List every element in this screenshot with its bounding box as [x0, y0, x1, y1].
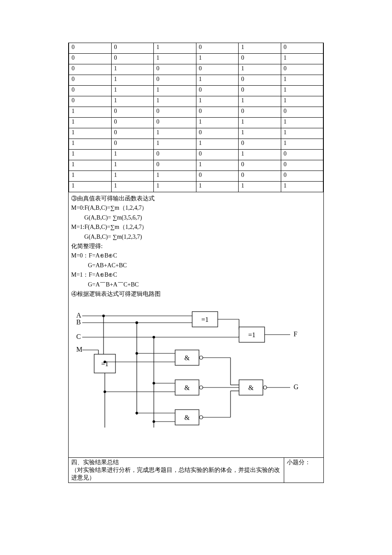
table-row: 111111 [69, 182, 323, 192]
table-cell: 1 [154, 182, 196, 192]
s-m0-g: G=AB+AC+BC [71, 261, 127, 270]
table-cell: 0 [196, 150, 239, 160]
table-cell: 0 [281, 171, 323, 182]
table-cell: 1 [69, 171, 112, 182]
svg-point-36 [135, 412, 138, 414]
m0-g: G(A,B,C)= ∑m(3,5,6,7) [71, 213, 142, 223]
table-cell: 1 [281, 96, 323, 107]
score-label: 小题分： [287, 459, 311, 465]
table-cell: 1 [69, 128, 112, 139]
table-cell: 1 [196, 96, 239, 107]
table-cell: 1 [111, 182, 154, 192]
table-cell: 1 [281, 182, 323, 192]
input-m-label: M [76, 346, 82, 353]
table-cell: 1 [111, 86, 154, 96]
table-cell: 1 [154, 171, 196, 182]
table-cell: 1 [69, 182, 112, 192]
m0-f: M=0:F(A,B,C)=∑m（1,2,4,7） [71, 203, 321, 213]
m1-g: G(A,B,C)= ∑m(1,2,3,7) [71, 232, 142, 242]
table-cell: 1 [196, 118, 239, 128]
table-row: 100000 [69, 107, 323, 118]
table-cell: 0 [111, 139, 154, 150]
input-c-label: C [76, 333, 81, 340]
table-cell: 1 [196, 139, 239, 150]
table-cell: 0 [154, 64, 196, 75]
table-cell: 0 [281, 150, 323, 160]
table-cell: 1 [281, 54, 323, 64]
table-cell: 0 [69, 86, 112, 96]
svg-point-39 [199, 416, 203, 419]
table-cell: 1 [111, 96, 154, 107]
s-m1-f: M=1：F=A⊕B⊕C [71, 270, 321, 280]
table-cell: 0 [154, 75, 196, 86]
table-cell: 0 [239, 171, 281, 182]
svg-point-45 [263, 386, 267, 389]
section-4-desc: （对实验结果进行分析，完成思考题目，总结实验的新的体会，并提出实验的改进意见） [71, 466, 281, 482]
table-cell: 1 [154, 86, 196, 96]
table-cell: 1 [281, 86, 323, 96]
table-cell: 0 [111, 128, 154, 139]
table-cell: 1 [196, 160, 239, 171]
m1-f: M=1:F(A,B,C)=∑m（1,2,4,7） [71, 223, 321, 232]
section-4-cell: 四、实验结果总结 （对实验结果进行分析，完成思考题目，总结实验的新的体会，并提出… [69, 458, 284, 483]
table-cell: 0 [239, 139, 281, 150]
table-cell: 1 [281, 139, 323, 150]
page-outer-table: 0010100011010100100101010110010111111000… [68, 43, 324, 483]
output-g-label: G [294, 383, 299, 390]
table-cell: 1 [281, 118, 323, 128]
truth-table: 0010100011010100100101010110010111111000… [69, 43, 323, 192]
table-cell: 1 [239, 182, 281, 192]
table-cell: 0 [69, 43, 112, 54]
table-cell: 0 [69, 54, 112, 64]
table-cell: 0 [281, 107, 323, 118]
table-cell: 0 [239, 107, 281, 118]
table-row: 101101 [69, 139, 323, 150]
table-cell: 0 [111, 107, 154, 118]
table-cell: 1 [154, 54, 196, 64]
analysis-block: ③由真值表可得输出函数表达式 M=0:F(A,B,C)=∑m（1,2,4,7） … [69, 192, 323, 301]
s-m1-g: G=A￣B+A￣C+BC [71, 280, 139, 289]
table-cell: 1 [111, 75, 154, 86]
s-m0-f: M=0：F=A⊕B⊕C [71, 251, 321, 260]
table-cell: 0 [196, 107, 239, 118]
table-row: 010101 [69, 75, 323, 86]
table-row: 110100 [69, 160, 323, 171]
and-gate-2: & [184, 384, 190, 391]
table-cell: 1 [239, 43, 281, 54]
table-cell: 1 [239, 64, 281, 75]
score-cell: 小题分： [284, 458, 324, 483]
table-cell: 1 [69, 118, 112, 128]
table-cell: 0 [111, 43, 154, 54]
table-row: 011111 [69, 96, 323, 107]
table-row: 011001 [69, 86, 323, 96]
and-gate-3: & [184, 414, 190, 421]
table-cell: 1 [281, 128, 323, 139]
input-a-label: A [76, 312, 81, 319]
table-row: 111000 [69, 171, 323, 182]
svg-point-31 [104, 390, 106, 393]
table-cell: 0 [281, 64, 323, 75]
table-cell: 0 [281, 43, 323, 54]
table-cell: 0 [111, 118, 154, 128]
table-cell: 0 [196, 43, 239, 54]
and-gate-final: & [248, 384, 254, 391]
table-row: 001101 [69, 54, 323, 64]
svg-point-32 [199, 386, 203, 389]
table-cell: 0 [239, 54, 281, 64]
table-cell: 0 [154, 107, 196, 118]
table-cell: 0 [154, 150, 196, 160]
svg-point-38 [153, 420, 155, 423]
table-cell: 0 [154, 118, 196, 128]
table-cell: 1 [239, 128, 281, 139]
table-cell: 0 [69, 64, 112, 75]
table-cell: 1 [111, 160, 154, 171]
svg-point-47 [135, 321, 138, 324]
xor-gate-1: =1 [201, 316, 208, 323]
table-cell: 1 [154, 139, 196, 150]
table-cell: 1 [69, 107, 112, 118]
table-cell: 1 [69, 139, 112, 150]
table-cell: 0 [111, 54, 154, 64]
xor-gate-2: =1 [248, 331, 255, 338]
line-4-header: ④根据逻辑表达式可得逻辑电路图 [71, 289, 321, 299]
table-row: 101011 [69, 128, 323, 139]
